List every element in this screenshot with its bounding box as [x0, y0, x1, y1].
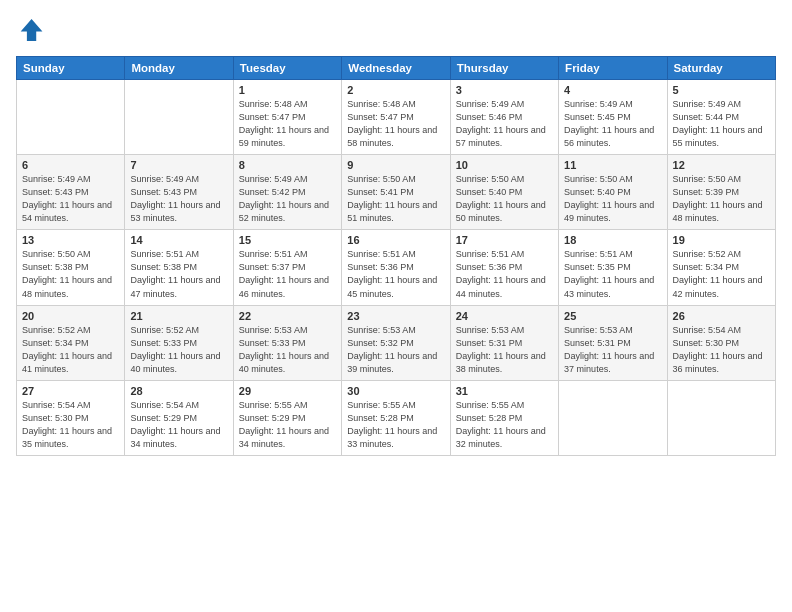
day-cell: 10Sunrise: 5:50 AMSunset: 5:40 PMDayligh…	[450, 155, 558, 230]
day-number: 26	[673, 310, 770, 322]
day-cell	[17, 80, 125, 155]
day-info: Sunrise: 5:53 AMSunset: 5:31 PMDaylight:…	[564, 324, 661, 376]
week-row-4: 20Sunrise: 5:52 AMSunset: 5:34 PMDayligh…	[17, 305, 776, 380]
day-info: Sunrise: 5:55 AMSunset: 5:29 PMDaylight:…	[239, 399, 336, 451]
day-number: 11	[564, 159, 661, 171]
day-number: 20	[22, 310, 119, 322]
day-cell: 20Sunrise: 5:52 AMSunset: 5:34 PMDayligh…	[17, 305, 125, 380]
day-number: 23	[347, 310, 444, 322]
day-info: Sunrise: 5:54 AMSunset: 5:30 PMDaylight:…	[673, 324, 770, 376]
day-cell: 26Sunrise: 5:54 AMSunset: 5:30 PMDayligh…	[667, 305, 775, 380]
day-number: 12	[673, 159, 770, 171]
day-info: Sunrise: 5:53 AMSunset: 5:31 PMDaylight:…	[456, 324, 553, 376]
day-cell: 3Sunrise: 5:49 AMSunset: 5:46 PMDaylight…	[450, 80, 558, 155]
day-number: 5	[673, 84, 770, 96]
svg-marker-0	[21, 19, 43, 41]
day-number: 8	[239, 159, 336, 171]
day-info: Sunrise: 5:53 AMSunset: 5:33 PMDaylight:…	[239, 324, 336, 376]
day-cell: 27Sunrise: 5:54 AMSunset: 5:30 PMDayligh…	[17, 380, 125, 455]
day-cell: 12Sunrise: 5:50 AMSunset: 5:39 PMDayligh…	[667, 155, 775, 230]
day-info: Sunrise: 5:51 AMSunset: 5:35 PMDaylight:…	[564, 248, 661, 300]
day-info: Sunrise: 5:49 AMSunset: 5:45 PMDaylight:…	[564, 98, 661, 150]
day-info: Sunrise: 5:49 AMSunset: 5:44 PMDaylight:…	[673, 98, 770, 150]
weekday-header-sunday: Sunday	[17, 57, 125, 80]
day-info: Sunrise: 5:55 AMSunset: 5:28 PMDaylight:…	[347, 399, 444, 451]
day-cell: 22Sunrise: 5:53 AMSunset: 5:33 PMDayligh…	[233, 305, 341, 380]
day-number: 19	[673, 234, 770, 246]
logo-icon	[16, 16, 44, 44]
week-row-5: 27Sunrise: 5:54 AMSunset: 5:30 PMDayligh…	[17, 380, 776, 455]
day-number: 13	[22, 234, 119, 246]
day-number: 29	[239, 385, 336, 397]
day-info: Sunrise: 5:51 AMSunset: 5:36 PMDaylight:…	[456, 248, 553, 300]
day-number: 28	[130, 385, 227, 397]
day-number: 9	[347, 159, 444, 171]
day-info: Sunrise: 5:50 AMSunset: 5:38 PMDaylight:…	[22, 248, 119, 300]
day-info: Sunrise: 5:51 AMSunset: 5:36 PMDaylight:…	[347, 248, 444, 300]
day-cell: 29Sunrise: 5:55 AMSunset: 5:29 PMDayligh…	[233, 380, 341, 455]
day-number: 1	[239, 84, 336, 96]
day-info: Sunrise: 5:53 AMSunset: 5:32 PMDaylight:…	[347, 324, 444, 376]
weekday-header-monday: Monday	[125, 57, 233, 80]
day-number: 15	[239, 234, 336, 246]
day-info: Sunrise: 5:50 AMSunset: 5:39 PMDaylight:…	[673, 173, 770, 225]
day-cell: 4Sunrise: 5:49 AMSunset: 5:45 PMDaylight…	[559, 80, 667, 155]
day-number: 30	[347, 385, 444, 397]
week-row-2: 6Sunrise: 5:49 AMSunset: 5:43 PMDaylight…	[17, 155, 776, 230]
day-cell: 15Sunrise: 5:51 AMSunset: 5:37 PMDayligh…	[233, 230, 341, 305]
day-cell: 21Sunrise: 5:52 AMSunset: 5:33 PMDayligh…	[125, 305, 233, 380]
day-cell: 23Sunrise: 5:53 AMSunset: 5:32 PMDayligh…	[342, 305, 450, 380]
logo	[16, 16, 48, 44]
day-info: Sunrise: 5:49 AMSunset: 5:43 PMDaylight:…	[22, 173, 119, 225]
day-number: 2	[347, 84, 444, 96]
day-info: Sunrise: 5:55 AMSunset: 5:28 PMDaylight:…	[456, 399, 553, 451]
day-cell: 2Sunrise: 5:48 AMSunset: 5:47 PMDaylight…	[342, 80, 450, 155]
day-number: 6	[22, 159, 119, 171]
day-info: Sunrise: 5:50 AMSunset: 5:40 PMDaylight:…	[456, 173, 553, 225]
weekday-header-tuesday: Tuesday	[233, 57, 341, 80]
day-info: Sunrise: 5:52 AMSunset: 5:34 PMDaylight:…	[673, 248, 770, 300]
day-cell: 14Sunrise: 5:51 AMSunset: 5:38 PMDayligh…	[125, 230, 233, 305]
day-cell	[125, 80, 233, 155]
day-cell: 13Sunrise: 5:50 AMSunset: 5:38 PMDayligh…	[17, 230, 125, 305]
day-cell: 7Sunrise: 5:49 AMSunset: 5:43 PMDaylight…	[125, 155, 233, 230]
day-cell: 16Sunrise: 5:51 AMSunset: 5:36 PMDayligh…	[342, 230, 450, 305]
day-cell: 25Sunrise: 5:53 AMSunset: 5:31 PMDayligh…	[559, 305, 667, 380]
day-info: Sunrise: 5:48 AMSunset: 5:47 PMDaylight:…	[239, 98, 336, 150]
day-cell: 24Sunrise: 5:53 AMSunset: 5:31 PMDayligh…	[450, 305, 558, 380]
day-number: 16	[347, 234, 444, 246]
day-cell: 8Sunrise: 5:49 AMSunset: 5:42 PMDaylight…	[233, 155, 341, 230]
day-cell	[667, 380, 775, 455]
day-number: 25	[564, 310, 661, 322]
header	[16, 16, 776, 44]
day-info: Sunrise: 5:54 AMSunset: 5:29 PMDaylight:…	[130, 399, 227, 451]
day-cell: 11Sunrise: 5:50 AMSunset: 5:40 PMDayligh…	[559, 155, 667, 230]
day-info: Sunrise: 5:49 AMSunset: 5:42 PMDaylight:…	[239, 173, 336, 225]
week-row-1: 1Sunrise: 5:48 AMSunset: 5:47 PMDaylight…	[17, 80, 776, 155]
day-info: Sunrise: 5:49 AMSunset: 5:43 PMDaylight:…	[130, 173, 227, 225]
day-number: 3	[456, 84, 553, 96]
day-number: 7	[130, 159, 227, 171]
day-cell: 28Sunrise: 5:54 AMSunset: 5:29 PMDayligh…	[125, 380, 233, 455]
day-number: 21	[130, 310, 227, 322]
day-number: 17	[456, 234, 553, 246]
day-info: Sunrise: 5:51 AMSunset: 5:38 PMDaylight:…	[130, 248, 227, 300]
calendar-table: SundayMondayTuesdayWednesdayThursdayFrid…	[16, 56, 776, 456]
day-info: Sunrise: 5:50 AMSunset: 5:40 PMDaylight:…	[564, 173, 661, 225]
day-info: Sunrise: 5:52 AMSunset: 5:34 PMDaylight:…	[22, 324, 119, 376]
day-number: 4	[564, 84, 661, 96]
day-number: 14	[130, 234, 227, 246]
day-info: Sunrise: 5:51 AMSunset: 5:37 PMDaylight:…	[239, 248, 336, 300]
day-cell	[559, 380, 667, 455]
calendar-page: SundayMondayTuesdayWednesdayThursdayFrid…	[0, 0, 792, 612]
day-number: 10	[456, 159, 553, 171]
weekday-header-saturday: Saturday	[667, 57, 775, 80]
day-cell: 1Sunrise: 5:48 AMSunset: 5:47 PMDaylight…	[233, 80, 341, 155]
day-cell: 31Sunrise: 5:55 AMSunset: 5:28 PMDayligh…	[450, 380, 558, 455]
day-number: 24	[456, 310, 553, 322]
day-cell: 6Sunrise: 5:49 AMSunset: 5:43 PMDaylight…	[17, 155, 125, 230]
day-number: 22	[239, 310, 336, 322]
day-number: 31	[456, 385, 553, 397]
weekday-header-row: SundayMondayTuesdayWednesdayThursdayFrid…	[17, 57, 776, 80]
day-cell: 18Sunrise: 5:51 AMSunset: 5:35 PMDayligh…	[559, 230, 667, 305]
